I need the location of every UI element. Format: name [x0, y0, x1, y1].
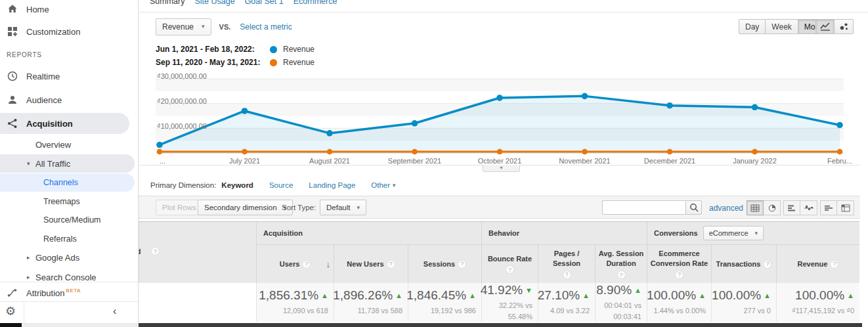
conversions-selector-value: eCommerce [709, 229, 749, 237]
dimension-landing-page[interactable]: Landing Page [309, 181, 355, 189]
plot-rows-button: Plot Rows [156, 200, 203, 215]
sidebar-item-acquisition[interactable]: Acquisition [0, 113, 138, 134]
help-icon[interactable]: ? [830, 260, 838, 269]
delta-up-icon: ▲ [469, 292, 476, 299]
delta-up-icon: ▲ [699, 292, 706, 299]
metric-selector-dropdown[interactable]: Revenue ▾ [156, 18, 211, 35]
date-range-comparison: Sep 11, 2020 - May 31, 2021: [156, 58, 269, 67]
sidebar-item-source-medium[interactable]: Source/Medium [0, 211, 138, 229]
pivot-icon [841, 204, 850, 212]
comparison-icon [804, 204, 814, 212]
attribution-icon [7, 287, 18, 299]
y-axis-tick: ₫10,000,000.00 [157, 122, 207, 130]
sidebar-item-customization[interactable]: Customization [0, 22, 138, 41]
beta-badge: BETA [66, 288, 81, 294]
group-label: Conversions [654, 229, 698, 237]
column-header-sessions[interactable]: Sessions? [408, 244, 481, 283]
pie-chart-icon [768, 204, 777, 212]
chart-collapse-handle[interactable]: ▾ [483, 165, 520, 172]
navigation-sidebar: Home Customization REPORTS Realtime Audi… [0, 0, 139, 323]
sort-type-dropdown[interactable]: Default ▾ [320, 200, 366, 215]
help-icon[interactable]: ? [617, 271, 626, 279]
dimension-source[interactable]: Source [269, 181, 293, 189]
chevron-down-icon: ▾ [357, 205, 360, 211]
sidebar-item-search-console[interactable]: ▸ Search Console [0, 268, 138, 282]
term-cloud-view-button[interactable] [820, 200, 837, 215]
sidebar-item-realtime[interactable]: Realtime [0, 67, 138, 85]
line-chart-button[interactable] [815, 19, 835, 34]
sidebar-item-overview[interactable]: Overview [0, 135, 138, 154]
x-axis-label: July 2021 [229, 157, 260, 165]
delta-up-icon: ▲ [395, 292, 402, 299]
motion-chart-button[interactable] [835, 19, 854, 34]
help-icon[interactable]: ? [458, 260, 466, 269]
sidebar-item-home[interactable]: Home [0, 0, 138, 18]
column-header-bounce-rate[interactable]: Bounce Rate ? [481, 244, 538, 283]
gear-icon[interactable]: ⚙ [5, 305, 16, 319]
search-input[interactable] [602, 200, 685, 215]
tab-ecommerce[interactable]: Ecommerce [293, 0, 337, 6]
granularity-day-button[interactable]: Day [739, 19, 766, 34]
term-cloud-icon [824, 204, 833, 212]
help-icon[interactable]: ? [675, 271, 684, 279]
column-header-pages-session[interactable]: Pages / Session ? [538, 244, 595, 283]
help-icon[interactable]: ? [302, 260, 311, 269]
conversions-selector-dropdown[interactable]: eCommerce ▾ [703, 226, 764, 240]
column-header-avg-session-duration[interactable]: Avg. Session Duration? [595, 244, 647, 283]
dimension-keyword[interactable]: Keyword [221, 181, 253, 189]
help-icon[interactable]: ? [563, 271, 571, 279]
dimension-other[interactable]: Other ▾ [371, 181, 395, 189]
total-sessions: 1,846.45%▲ 19,192 vs 986 [408, 283, 481, 322]
tab-goal-set-1[interactable]: Goal Set 1 [245, 0, 284, 6]
chart-plot[interactable] [156, 72, 844, 156]
bottom-scrollbar[interactable] [139, 323, 862, 327]
x-axis-label: January 2022 [733, 157, 777, 165]
sort-desc-icon: ↓ [326, 259, 331, 269]
select-metric-link[interactable]: Select a metric [240, 22, 292, 32]
secondary-dimension-label: Secondary dimension [204, 204, 277, 211]
secondary-dimension-dropdown[interactable]: Secondary dimension ▾ [198, 200, 293, 215]
legend-metric-label: Revenue [283, 58, 315, 67]
dimension-other-label: Other [371, 181, 390, 189]
group-header-conversions: Conversions eCommerce ▾ [647, 222, 859, 244]
help-icon[interactable]: ? [763, 260, 771, 269]
advanced-link[interactable]: advanced [709, 204, 743, 213]
delta-up-icon: ▲ [582, 292, 590, 299]
sidebar-item-referrals[interactable]: Referrals [0, 230, 138, 248]
sidebar-item-attribution[interactable]: AttributionBETA [0, 282, 138, 300]
reports-heading: REPORTS [7, 51, 42, 58]
sidebar-item-google-ads[interactable]: ▸ Google Ads [0, 248, 138, 267]
sidebar-item-treemaps[interactable]: Treemaps [0, 192, 138, 211]
granularity-week-button[interactable]: Week [766, 19, 798, 34]
column-header-ecommerce-conversion-rate[interactable]: Ecommerce Conversion Rate ? [647, 244, 711, 283]
help-icon[interactable]: ? [506, 265, 514, 274]
line-chart-icon [820, 22, 831, 31]
performance-view-button[interactable] [783, 200, 800, 215]
group-header-acquisition: Acquisition [256, 222, 481, 244]
search-icon [689, 203, 699, 212]
table-view-icon [750, 204, 760, 212]
column-header-revenue[interactable]: Revenue? [776, 244, 859, 283]
tab-site-usage[interactable]: Site Usage [194, 0, 234, 6]
customization-icon [7, 26, 18, 37]
sidebar-item-all-traffic[interactable]: ▾ All Traffic [0, 154, 138, 173]
y-axis-tick: ₫20,000,000.00 [157, 97, 207, 105]
column-header-transactions[interactable]: Transactions? [711, 244, 776, 283]
help-icon[interactable]: ? [151, 247, 160, 255]
tab-summary[interactable]: Summary [150, 0, 184, 6]
pivot-view-button[interactable] [837, 200, 854, 215]
column-header-new-users[interactable]: New Users? [334, 244, 408, 283]
collapse-sidebar-chevron[interactable]: ‹ [113, 305, 116, 317]
search-button[interactable] [685, 200, 702, 215]
sidebar-item-audience[interactable]: Audience [0, 91, 138, 109]
chevron-right-icon: ▸ [27, 274, 30, 280]
comparison-view-button[interactable] [800, 200, 817, 215]
column-header-users[interactable]: Users? ↓ [256, 244, 334, 283]
help-icon[interactable]: ? [387, 260, 395, 269]
table-view-button[interactable] [747, 200, 764, 215]
sidebar-item-channels[interactable]: Channels [0, 173, 138, 192]
chart-legend: Jun 1, 2021 - Feb 18, 2022: Revenue Sep … [156, 43, 315, 69]
percentage-view-button[interactable] [764, 200, 781, 215]
delta-up-icon: ▲ [321, 292, 328, 299]
primary-dimension-label: Primary Dimension: [150, 181, 216, 189]
